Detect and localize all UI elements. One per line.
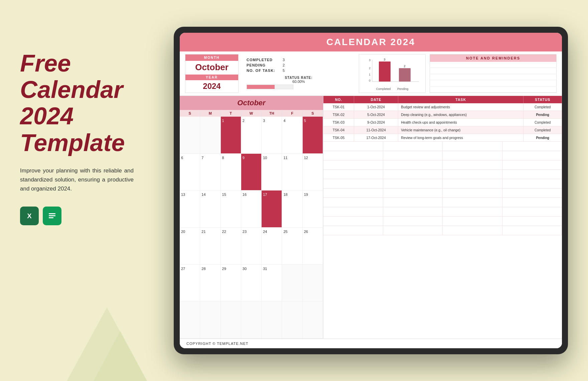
cal-cell-num: 4: [283, 119, 285, 123]
cal-cell-num: 5: [304, 119, 306, 123]
note-line-1: [430, 62, 556, 68]
note-line-5: [430, 87, 556, 93]
svg-text:1: 1: [369, 73, 371, 76]
month-value: October: [195, 61, 229, 74]
cal-cell: 11: [282, 154, 302, 191]
tablet-frame: CALENDAR 2024 MONTH October YEAR 2024 CO…: [174, 27, 568, 354]
cal-cell-num: 27: [181, 267, 185, 271]
day-th: TH: [262, 110, 282, 117]
notes-lines: [430, 62, 556, 93]
hero-title: FreeCalendar2024Template: [20, 50, 147, 156]
empty-row: [323, 160, 562, 170]
cal-cell: 15: [221, 190, 241, 228]
cal-cell: 1: [221, 117, 241, 154]
cal-cell-num: 9: [243, 156, 245, 160]
svg-text:3: 3: [384, 58, 385, 61]
calendar-grid-section: October S M T W TH F S: [180, 96, 323, 339]
calendar-main: CALENDAR 2024 MONTH October YEAR 2024 CO…: [180, 33, 562, 348]
cal-cell: [180, 117, 200, 154]
no-of-task-label: NO. OF TASK:: [247, 69, 280, 73]
svg-rect-5: [49, 217, 53, 218]
tablet-screen: CALENDAR 2024 MONTH October YEAR 2024 CO…: [180, 33, 562, 348]
cal-cell: 4: [282, 117, 302, 154]
cal-cell-num: 13: [181, 193, 185, 197]
svg-text:X: X: [27, 212, 32, 220]
progress-bar-fill: [247, 85, 275, 89]
cal-cell: 10: [262, 154, 282, 191]
empty-row: [323, 188, 562, 198]
day-f: F: [282, 110, 302, 117]
cal-cell-num: 21: [201, 230, 205, 234]
cal-cell: 31: [262, 265, 282, 302]
cal-cell: 17: [262, 190, 282, 228]
cal-cell: [221, 301, 241, 339]
sheets-icon: [43, 207, 61, 225]
day-s2: S: [303, 110, 323, 117]
cal-cell-num: 2: [243, 119, 245, 123]
cal-cell: 9: [241, 154, 262, 191]
cal-cell-num: 1: [222, 119, 224, 123]
cal-cell-num: 10: [263, 156, 267, 160]
svg-text:2: 2: [404, 65, 405, 68]
col-task: TASK: [398, 96, 524, 103]
empty-row: [323, 179, 562, 188]
pending-stat: PENDING 2: [247, 63, 351, 67]
year-value: 2024: [203, 80, 220, 92]
calendar-month-header: October: [180, 96, 323, 110]
cal-cell: 26: [303, 228, 323, 265]
col-no: NO.: [323, 96, 354, 103]
cal-cell-num: 17: [263, 193, 267, 197]
status-rate-label: STATUS RATE:: [247, 76, 351, 80]
cal-cell-num: 18: [283, 193, 287, 197]
cal-cell-num: 29: [222, 267, 226, 271]
empty-row: [323, 226, 562, 235]
calendar-bottom: October S M T W TH F S: [180, 96, 562, 339]
cal-cell: 13: [180, 190, 200, 228]
excel-icon: X: [20, 207, 39, 225]
task-table: NO. DATE TASK STATUS TSK-011-Oct-2024Bud…: [323, 96, 562, 142]
calendar-grid: 1234567891011121314151617181920212223242…: [180, 117, 323, 339]
notes-header: NOTE AND REMINDERS: [430, 54, 556, 62]
cal-cell: [282, 265, 302, 302]
cal-cell-num: 14: [201, 193, 205, 197]
cal-cell-num: 28: [201, 267, 205, 271]
no-of-task-value: 5: [283, 69, 289, 73]
no-of-task-stat: NO. OF TASK: 5: [247, 69, 351, 73]
empty-row: [323, 151, 562, 160]
cal-cell: 6: [180, 154, 200, 191]
task-table-header-row: NO. DATE TASK STATUS: [323, 96, 562, 103]
day-s1: S: [180, 110, 200, 117]
cal-cell: [303, 301, 323, 339]
note-line-2: [430, 68, 556, 74]
status-rate-container: STATUS RATE: 60.00%: [247, 76, 351, 89]
svg-rect-14: [399, 68, 411, 82]
cal-cell: 7: [200, 154, 220, 191]
cal-cell-num: 19: [304, 193, 308, 197]
table-row: TSK-011-Oct-2024Budget review and adjust…: [323, 103, 562, 111]
cal-cell: 18: [282, 190, 302, 228]
info-bar: MONTH October YEAR 2024 COMPLETED 3 PEND…: [180, 51, 562, 96]
cal-cell-num: 20: [181, 230, 185, 234]
day-t: T: [221, 110, 241, 117]
table-row: TSK-039-Oct-2024Health check-ups and app…: [323, 119, 562, 126]
cal-cell-num: 3: [263, 119, 265, 123]
cal-cell-num: 30: [243, 267, 247, 271]
cal-cell: 19: [303, 190, 323, 228]
bar-chart: 3 2 1 0 3 2: [362, 56, 422, 87]
completed-stat: COMPLETED 3: [247, 58, 351, 62]
cal-cell: 12: [303, 154, 323, 191]
copyright-text: COPYRIGHT © TEMPLATE.NET: [186, 342, 555, 346]
cal-cell: 8: [221, 154, 241, 191]
cal-cell: [282, 301, 302, 339]
cal-cell: 14: [200, 190, 220, 228]
table-row: TSK-0517-Oct-2024Review of long-term goa…: [323, 134, 562, 142]
stats-panel: COMPLETED 3 PENDING 2 NO. OF TASK: 5 S: [243, 54, 355, 93]
completed-label: COMPLETED: [247, 58, 280, 62]
day-m: M: [200, 110, 220, 117]
cal-cell: 3: [262, 117, 282, 154]
month-year-panel: MONTH October YEAR 2024: [185, 54, 239, 93]
task-table-body: TSK-011-Oct-2024Budget review and adjust…: [323, 103, 562, 142]
cal-cell: 29: [221, 265, 241, 302]
svg-rect-3: [49, 213, 55, 214]
cal-cell-num: 11: [283, 156, 287, 160]
